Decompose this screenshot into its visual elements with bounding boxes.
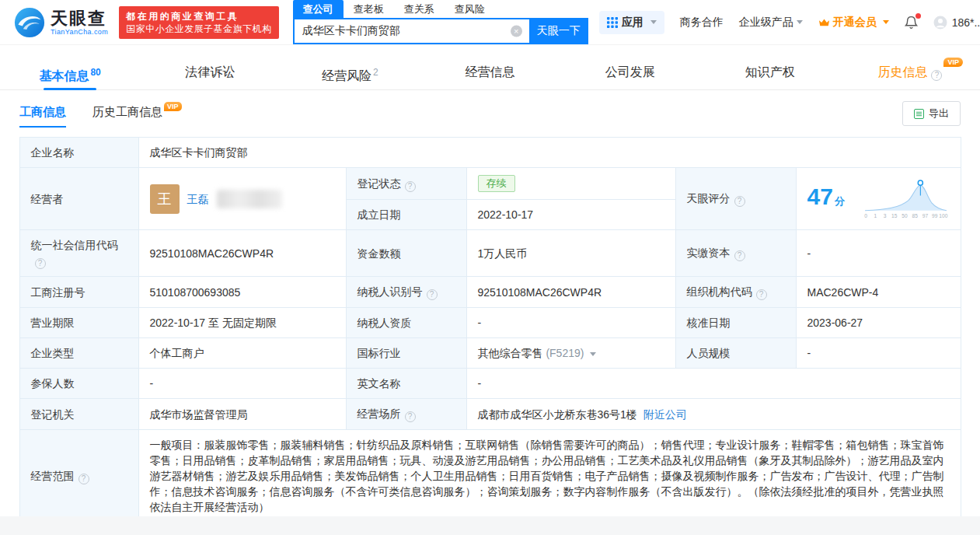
apps-menu-label: 应用 [622, 16, 643, 30]
field-label-text: 组织机构代码 [687, 285, 752, 298]
tab-intellectual-property[interactable]: 知识产权 [700, 55, 840, 89]
company-tabbar: 基本信息80 法律诉讼 经营风险2 经营信息 公司发展 知识产权 历史信息?VI… [0, 55, 980, 90]
svg-text:85: 85 [912, 212, 918, 218]
field-label: 营业期限 [19, 308, 138, 338]
search-tab-risk[interactable]: 查风险 [445, 0, 495, 18]
user-account[interactable]: 186*... [933, 16, 980, 30]
tab-label: 知识产权 [745, 65, 795, 79]
tab-label: 法律诉讼 [185, 65, 235, 79]
subtab-history-business-info[interactable]: 历史工商信息VIP [92, 105, 182, 128]
site-header: 天眼查 TianYanCha.com 都在用的商业查询工具 国家中小企业发展子基… [0, 0, 980, 45]
help-icon[interactable]: ? [405, 181, 416, 192]
approval-date-value: 2023-06-27 [796, 308, 961, 338]
help-icon[interactable]: ? [78, 474, 89, 484]
help-icon[interactable]: ? [35, 258, 46, 269]
tab-legal-litigation[interactable]: 法律诉讼 [140, 55, 280, 89]
search-tab-relation[interactable]: 查关系 [394, 0, 445, 18]
apps-grid-icon [607, 17, 618, 28]
field-label: 登记机关 [19, 399, 138, 430]
search-tab-company[interactable]: 查公司 [293, 0, 344, 18]
table-row: 经营范围? 一般项目：服装服饰零售；服装辅料销售；针纺织品及原料销售；互联网销售… [19, 430, 961, 523]
field-label-text: 纳税人识别号 [357, 285, 423, 298]
tab-history-info[interactable]: 历史信息?VIP [840, 55, 980, 89]
table-row: 统一社会信用代码? 92510108MAC26CWP4R 资金数额 1万人民币 … [19, 230, 961, 277]
search-tabs: 查公司 查老板 查关系 查风险 [293, 0, 588, 18]
table-row: 企业类型 个体工商户 国标行业 其他综合零售 (F5219) 人员规模 - [19, 338, 961, 369]
reg-no-value: 510108700693085 [138, 277, 346, 308]
business-scope-value: 一般项目：服装服饰零售；服装辅料销售；针纺织品及原料销售；互联网销售（除销售需要… [138, 430, 961, 523]
tab-operation-risk[interactable]: 经营风险2 [280, 55, 420, 89]
nav-business-cooperation[interactable]: 商务合作 [680, 16, 724, 30]
capital-value: 1万人民币 [466, 230, 675, 277]
field-label: 天眼评分? [675, 168, 796, 230]
company-info-table: 企业名称 成华区卡卡们商贸部 经营者 王 王磊 登记状态? 存续 天眼评分? [19, 137, 961, 523]
subtab-label: 工商信息 [19, 105, 66, 118]
tab-basic-info[interactable]: 基本信息80 [0, 55, 140, 89]
industry-value: 其他综合零售 [478, 347, 543, 359]
subtab-business-info[interactable]: 工商信息 [19, 105, 66, 128]
help-icon[interactable]: ? [931, 70, 942, 81]
tab-label: 经营风险 [322, 69, 371, 82]
top-nav: 应用 商务合作 企业级产品 开通会员 18 [599, 11, 980, 34]
logo-title: 天眼查 [51, 9, 108, 28]
search-button[interactable]: 天眼一下 [529, 18, 588, 44]
tab-label: 经营信息 [465, 65, 514, 79]
field-label: 组织机构代码? [675, 277, 796, 308]
english-name-value: - [466, 369, 961, 399]
nav-enterprise-products[interactable]: 企业级产品 [739, 16, 803, 30]
tianyancha-logo-icon [14, 7, 45, 38]
field-label: 参保人数 [19, 369, 138, 399]
svg-text:97: 97 [922, 212, 928, 218]
nearby-companies-link[interactable]: 附近公司 [643, 408, 687, 421]
svg-text:1: 1 [874, 212, 877, 218]
help-icon[interactable]: ? [405, 411, 416, 422]
slogan-line-1: 都在用的商业查询工具 [126, 10, 272, 23]
nav-vip-label: 开通会员 [833, 16, 877, 30]
subtab-label: 历史工商信息 [92, 105, 162, 118]
status-badge: 存续 [478, 175, 515, 192]
field-label: 纳税人识别号? [346, 277, 466, 308]
score-distribution-chart: 0 1 3 15 50 85 97 99 100 [863, 178, 950, 220]
search-block: 查公司 查老板 查关系 查风险 × 天眼一下 [293, 0, 588, 44]
search-input[interactable] [293, 18, 529, 44]
chevron-down-icon [883, 20, 889, 24]
site-logo[interactable]: 天眼查 TianYanCha.com [14, 7, 108, 38]
notification-bell-icon[interactable] [905, 16, 918, 30]
help-icon[interactable]: ? [756, 289, 767, 300]
chevron-down-icon[interactable] [590, 352, 596, 356]
field-label-text: 统一社会信用代码 [31, 239, 118, 251]
establish-date-value: 2022-10-17 [466, 200, 675, 230]
tianyan-score-cell[interactable]: 47分 0 1 3 15 50 85 97 [796, 168, 961, 230]
operator-avatar[interactable]: 王 [150, 184, 180, 214]
crown-icon [818, 18, 830, 27]
export-button[interactable]: 导出 [902, 101, 961, 126]
tab-company-development[interactable]: 公司发展 [560, 55, 700, 89]
clear-search-icon[interactable]: × [511, 26, 522, 37]
field-label: 经营范围? [19, 430, 138, 523]
table-row: 企业名称 成华区卡卡们商贸部 [19, 138, 961, 168]
tab-operation-info[interactable]: 经营信息 [420, 55, 560, 89]
tab-count: 2 [373, 67, 378, 78]
field-label: 成立日期 [346, 200, 466, 230]
export-sheet-icon [914, 109, 924, 119]
apps-menu-button[interactable]: 应用 [599, 11, 664, 34]
org-code-value: MAC26CWP-4 [796, 277, 961, 308]
paid-capital-value: - [796, 230, 961, 277]
chevron-down-icon [797, 20, 803, 24]
operator-name-link[interactable]: 王磊 [187, 191, 209, 207]
help-icon[interactable]: ? [427, 289, 438, 300]
field-label: 资金数额 [346, 230, 466, 277]
vip-badge: VIP [943, 58, 963, 67]
field-label-text: 登记状态 [357, 177, 401, 190]
score-unit: 分 [835, 195, 845, 207]
page-footer [0, 516, 980, 535]
field-label: 经营场所? [346, 399, 466, 430]
table-row: 登记机关 成华市场监督管理局 经营场所? 成都市成华区小龙桥东巷36号1楼 附近… [19, 399, 961, 430]
tab-count: 80 [90, 67, 100, 78]
nav-open-vip[interactable]: 开通会员 [818, 16, 889, 30]
help-icon[interactable]: ? [734, 196, 745, 207]
help-icon[interactable]: ? [734, 250, 745, 261]
tab-label: 基本信息 [39, 69, 89, 82]
field-label-text: 经营范围 [31, 470, 75, 482]
search-tab-boss[interactable]: 查老板 [344, 0, 394, 18]
